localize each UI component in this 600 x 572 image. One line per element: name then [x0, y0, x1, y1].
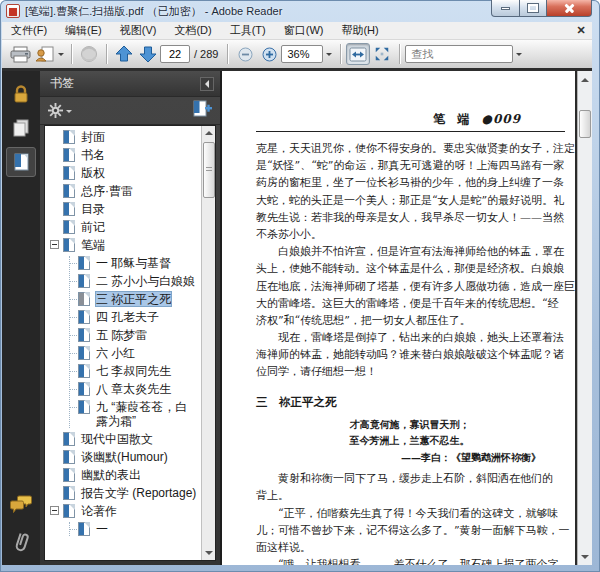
- bookmark-item[interactable]: 五 陈梦雷: [70, 328, 201, 342]
- bookmark-item[interactable]: 报告文学 (Reportage): [63, 486, 201, 500]
- bookmark-item[interactable]: 七 李叔同先生: [70, 364, 201, 378]
- maximize-button[interactable]: [520, 0, 547, 17]
- bookmark-page-icon: [78, 364, 90, 378]
- bookmark-page-icon: [63, 450, 75, 464]
- bookmark-item[interactable]: 前记: [63, 220, 201, 234]
- poem-block: 才高竟何施，寡识冒天刑； 至今芳洲上，兰蕙不忍生。 ——李白：《望鹦鹉洲怀祢衡》: [256, 418, 563, 468]
- bookmark-item[interactable]: 版权: [63, 166, 201, 180]
- close-button[interactable]: [547, 0, 592, 17]
- bookmark-item[interactable]: 六 小红: [70, 346, 201, 360]
- close-icon: [564, 3, 575, 14]
- body-line: 现在，雷峰塔是倒掉了，钻出来的白娘娘，她头上还罩着法: [256, 330, 563, 347]
- menu-tools[interactable]: 工具(T): [221, 22, 275, 39]
- bookmark-page-icon: [63, 202, 75, 216]
- pages-icon: [11, 118, 31, 138]
- bookmark-item[interactable]: 幽默的表出: [63, 468, 201, 482]
- find-input[interactable]: [405, 45, 513, 63]
- bookmark-item-selected[interactable]: 三 祢正平之死: [70, 292, 201, 306]
- attachments-panel-button[interactable]: [6, 527, 36, 557]
- collapse-expander-icon[interactable]: [50, 240, 59, 249]
- maximize-icon: [528, 4, 538, 12]
- document-scrollbar[interactable]: [577, 71, 592, 565]
- bookmark-page-icon: [63, 130, 75, 144]
- find-toolbar: [405, 45, 525, 63]
- bookmark-item[interactable]: 一 耶稣与基督: [70, 256, 201, 270]
- collaborate-icon: [79, 45, 99, 63]
- options-button[interactable]: [48, 103, 72, 118]
- navigation-rail: [2, 71, 40, 565]
- header-rule: [256, 131, 565, 132]
- bookmark-item-lunzhuzuo[interactable]: 论著作: [63, 504, 201, 518]
- collapse-panel-icon[interactable]: [200, 77, 214, 91]
- bookmark-item[interactable]: 总序·曹雷: [63, 184, 201, 198]
- previous-page-button[interactable]: [112, 43, 136, 65]
- menu-edit[interactable]: 编辑(E): [56, 22, 111, 39]
- bookmark-item[interactable]: 八 章太炎先生: [70, 382, 201, 396]
- bookmark-page-icon: [63, 468, 75, 482]
- collaborate-button-disabled[interactable]: [77, 43, 101, 65]
- bookmark-page-icon: [78, 256, 90, 270]
- scroll-up-icon[interactable]: [203, 127, 215, 139]
- bookmark-page-icon: [78, 522, 90, 536]
- close-document-icon[interactable]: ✕: [574, 24, 588, 37]
- bookmark-item[interactable]: 现代中国散文: [63, 432, 201, 446]
- sidebar-scrollbar[interactable]: [201, 126, 215, 560]
- collapse-expander-icon[interactable]: [50, 506, 59, 515]
- find-dropdown-icon[interactable]: [513, 45, 525, 63]
- comments-panel-button[interactable]: [6, 489, 36, 519]
- bookmark-children: 一: [69, 522, 201, 536]
- poem-attribution: ——李白：《望鹦鹉洲怀祢衡》: [256, 451, 563, 468]
- body-line: 是“妖怪”、“蛇”的命运，那真无可逃避的呀！上海四马路有一家: [256, 158, 563, 175]
- fit-width-button[interactable]: [346, 43, 370, 65]
- sidebar-scrollbar-thumb[interactable]: [203, 142, 215, 198]
- scroll-down-icon[interactable]: [579, 550, 591, 563]
- share-document-icon: [35, 46, 55, 63]
- menu-window[interactable]: 窗口(W): [275, 22, 333, 39]
- client-area: 文件(F) 编辑(E) 视图(V) 文档(D) 工具(T) 窗口(W) 帮助(H…: [2, 22, 592, 565]
- bookmarks-tree-container: 封面 书名 版权 总序·曹雷 目录 前记 笔端 一 耶稣与基督 二 苏小小与白娘…: [44, 125, 216, 561]
- scroll-up-icon[interactable]: [579, 73, 591, 86]
- bookmark-children: 一 耶稣与基督 二 苏小小与白娘娘 三 祢正平之死 四 孔老夫子 五 陈梦雷 六…: [69, 256, 201, 428]
- bookmark-item[interactable]: 二 苏小小与白娘娘: [70, 274, 201, 288]
- body-line: 大的雷峰塔。这巨大的雷峰塔，便是千百年来的传统思想。“经: [256, 296, 563, 313]
- bookmark-item-biduan[interactable]: 笔端: [63, 238, 201, 252]
- bookmark-item[interactable]: 四 孔老夫子: [70, 310, 201, 324]
- printer-icon: [10, 46, 31, 63]
- panel-header: 书签: [40, 71, 220, 97]
- zoom-level-value[interactable]: 36%: [281, 45, 323, 63]
- menu-file[interactable]: 文件(F): [2, 22, 56, 39]
- panel-toolbar: [40, 97, 220, 125]
- poem-line: 才高竟何施，寡识冒天刑；: [256, 418, 563, 435]
- document-scrollbar-thumb[interactable]: [579, 110, 591, 138]
- share-button[interactable]: [33, 43, 66, 65]
- fullscreen-button[interactable]: [370, 43, 394, 65]
- next-page-button[interactable]: [136, 43, 160, 65]
- pages-panel-button[interactable]: [6, 113, 36, 143]
- scroll-down-icon[interactable]: [203, 547, 215, 559]
- bookmark-page-icon: [78, 274, 90, 288]
- security-settings-button[interactable]: [6, 79, 36, 109]
- menu-document[interactable]: 文档(D): [165, 22, 220, 39]
- menu-bar: 文件(F) 编辑(E) 视图(V) 文档(D) 工具(T) 窗口(W) 帮助(H…: [2, 22, 592, 40]
- page-number-input[interactable]: [160, 45, 190, 63]
- arrow-down-icon: [139, 45, 157, 63]
- menu-view[interactable]: 视图(V): [111, 22, 166, 39]
- bookmark-item[interactable]: 谈幽默(Humour): [63, 450, 201, 464]
- zoom-dropdown-icon[interactable]: [323, 45, 335, 63]
- bookmark-item[interactable]: 九 “蒹葭苍苍，白露为霜”: [70, 400, 201, 428]
- bookmark-item[interactable]: 一: [70, 522, 201, 536]
- zoom-out-button[interactable]: [233, 43, 257, 65]
- section-heading: 三 祢正平之死: [256, 395, 563, 412]
- bookmarks-panel-button[interactable]: [6, 147, 36, 177]
- pdf-page[interactable]: 笔 端 ●009 克星，天天诅咒你，使你不得安身的。要忠实做贤妻的女子，注定 是…: [222, 71, 577, 565]
- bookmarks-panel: 书签: [40, 71, 222, 565]
- new-bookmark-button[interactable]: [192, 100, 212, 122]
- minimize-button[interactable]: [491, 0, 520, 17]
- print-button[interactable]: [8, 43, 33, 65]
- menu-help[interactable]: 帮助(H): [332, 22, 387, 39]
- bookmark-item[interactable]: 目录: [63, 202, 201, 216]
- bookmark-item[interactable]: 封面: [63, 130, 201, 144]
- zoom-in-button[interactable]: [257, 43, 281, 65]
- title-bar[interactable]: [笔端].曹聚仁.扫描版.pdf （已加密） - Adobe Reader: [0, 0, 600, 22]
- bookmark-item[interactable]: 书名: [63, 148, 201, 162]
